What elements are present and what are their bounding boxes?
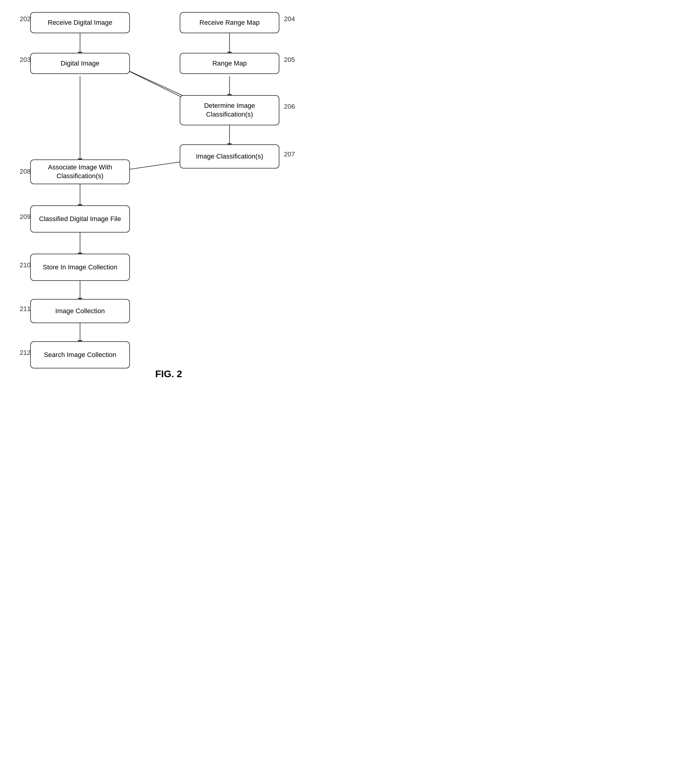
- label-204: 204: [284, 15, 295, 23]
- search-image-collection-label: Search Image Collection: [44, 351, 116, 359]
- label-207: 207: [284, 150, 295, 158]
- classified-digital-image-box: Classified Digital Image File: [30, 205, 130, 233]
- figure-label: FIG. 2: [0, 369, 338, 389]
- label-209: 209: [20, 213, 31, 221]
- digital-image-box: Digital Image: [30, 53, 130, 74]
- associate-image-box: Associate Image With Classification(s): [30, 159, 130, 184]
- receive-range-map-label: Receive Range Map: [199, 19, 260, 27]
- receive-digital-image-box: Receive Digital Image: [30, 12, 130, 33]
- receive-range-map-box: Receive Range Map: [180, 12, 279, 33]
- label-208: 208: [20, 168, 31, 176]
- digital-image-label: Digital Image: [61, 59, 100, 68]
- classified-digital-image-label: Classified Digital Image File: [39, 215, 121, 224]
- range-map-box: Range Map: [180, 53, 279, 74]
- associate-image-label: Associate Image With Classification(s): [34, 163, 126, 180]
- label-211: 211: [20, 305, 31, 313]
- label-210: 210: [20, 261, 31, 269]
- label-212: 212: [20, 349, 31, 357]
- determine-classification-label: Determine Image Classification(s): [184, 101, 275, 119]
- label-203: 203: [20, 56, 31, 64]
- range-map-label: Range Map: [212, 59, 247, 68]
- image-classification-box: Image Classification(s): [180, 145, 279, 168]
- label-205: 205: [284, 56, 295, 64]
- store-in-image-collection-label: Store In Image Collection: [43, 263, 117, 272]
- determine-classification-box: Determine Image Classification(s): [180, 95, 279, 125]
- image-collection-label: Image Collection: [55, 307, 105, 316]
- search-image-collection-box: Search Image Collection: [30, 341, 130, 369]
- image-classification-label: Image Classification(s): [196, 152, 263, 161]
- label-206: 206: [284, 103, 295, 110]
- diagram-container: Receive Digital Image 202 Digital Image …: [0, 0, 338, 362]
- image-collection-box: Image Collection: [30, 299, 130, 323]
- label-202: 202: [20, 15, 31, 23]
- store-in-image-collection-box: Store In Image Collection: [30, 254, 130, 281]
- receive-digital-image-label: Receive Digital Image: [48, 19, 112, 27]
